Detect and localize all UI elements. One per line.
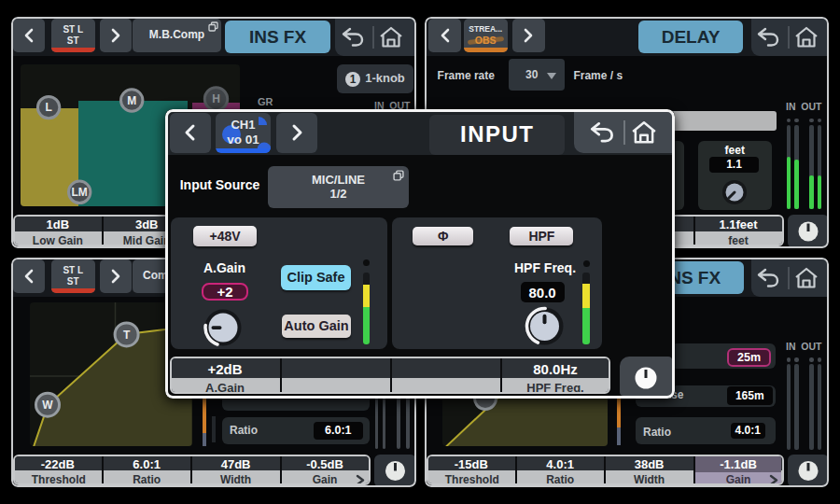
svg-text:W: W — [42, 399, 53, 412]
svg-text:LM: LM — [72, 186, 88, 199]
svg-text:T: T — [123, 329, 131, 342]
svg-text:L: L — [45, 101, 51, 114]
svg-text:H: H — [212, 92, 220, 105]
svg-text:M: M — [127, 94, 136, 107]
